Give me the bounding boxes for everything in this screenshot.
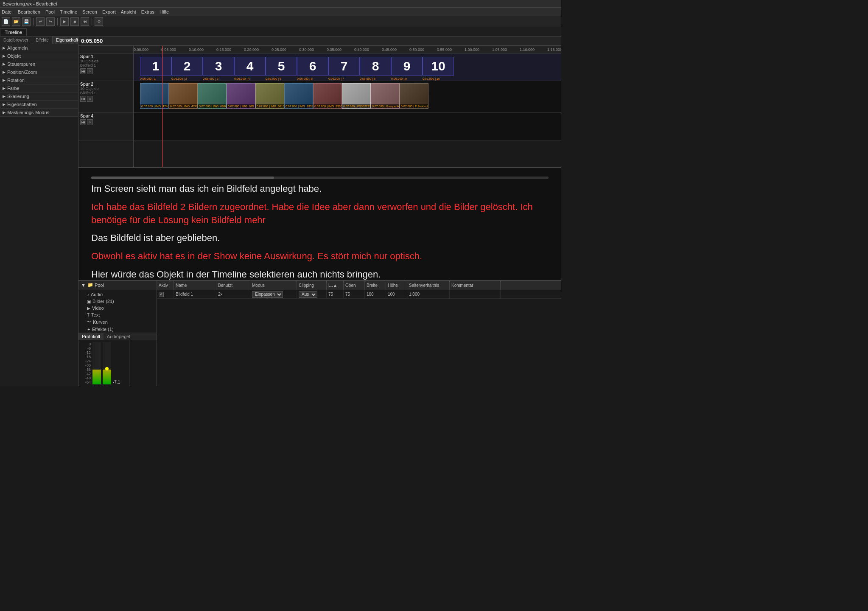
tab-dateibrowser[interactable]: Dateibrowser [0, 36, 32, 44]
main-content: Im Screen sieht man das ich ein Bildfeld… [78, 168, 561, 280]
track2-mute-btn[interactable]: ○ [87, 96, 93, 102]
num-block-10: 10 [423, 57, 454, 76]
menu-screen[interactable]: Screen [82, 9, 97, 14]
num-block-6: 6 [297, 57, 328, 76]
menu-pool[interactable]: Pool [45, 9, 55, 14]
cell-modus[interactable]: Einpassen Strecken Kacheln [250, 290, 297, 298]
pool-item-video[interactable]: ▶ Video [78, 305, 157, 311]
left-tabs: Dateibrowser Effekte Eigenschaften [0, 36, 78, 44]
play-button[interactable]: ▶ [60, 17, 69, 26]
cell-aktiv[interactable]: ✓ [157, 290, 174, 298]
timeline-ruler[interactable]: 0:00.000 0:05.000 0:10.000 0:15.000 0:20… [134, 46, 561, 53]
track2-prev-btn[interactable]: ⏮ [80, 96, 86, 102]
timeline-area: 0:05.050 Spur 1 10 Objekte Bildfeld 1 ⏮ … [78, 36, 561, 168]
left-panel: Dateibrowser Effekte Eigenschaften ▶ All… [0, 36, 78, 386]
section-objekt-header[interactable]: ▶ Objekt [0, 52, 78, 60]
save-button[interactable]: 💾 [22, 17, 31, 26]
table-row[interactable]: ✓ Bildfeld 1 2x Einpassen Streck [157, 290, 561, 299]
bilder-icon: ▣ [87, 299, 91, 304]
section-steuerspuren-header[interactable]: ▶ Steuerspuren [0, 60, 78, 68]
col-header-seitenverh[interactable]: Seitenverhältnis [407, 281, 450, 290]
num-block-4: 4 [234, 57, 266, 76]
tab-protokoll[interactable]: Protokoll [78, 333, 104, 340]
rewind-button[interactable]: ⏮ [81, 17, 89, 26]
photo-block-3[interactable]: 0:07.000 | IMG_6880(1 [198, 83, 227, 109]
new-button[interactable]: 📄 [2, 17, 10, 26]
track-label-spur1: Spur 1 10 Objekte Bildfeld 1 ⏮ ○ [78, 53, 133, 81]
pool-item-text[interactable]: T Text [78, 311, 157, 318]
col-header-hoehe[interactable]: Höhe [386, 281, 407, 290]
redo-button[interactable]: ↪ [46, 17, 55, 26]
section-rotation-header[interactable]: ▶ Rotation [0, 76, 78, 84]
menu-ansicht[interactable]: Ansicht [121, 9, 136, 14]
pool-header: ▼ 📁 Pool [78, 281, 157, 289]
menu-timeline[interactable]: Timeline [60, 9, 77, 14]
menu-bearbeiten[interactable]: Bearbeiten [18, 9, 40, 14]
tab-timeline[interactable]: Timeline [0, 28, 27, 36]
pool-item-effekte[interactable]: ✦ Effekte (1) [78, 326, 157, 333]
section-steuerspuren: ▶ Steuerspuren [0, 60, 78, 68]
section-maskierungs-modus-header[interactable]: ▶ Maskierungs-Modus [0, 109, 78, 116]
col-header-modus[interactable]: Modus [250, 281, 297, 290]
pool-tree: ♪ Audio ▣ Bilder (21) ▶ Video T Text [78, 289, 157, 333]
audio-panel: 0 -6 -12 -18 -24 -30 -36 -42 -48 -54 [78, 340, 129, 386]
photo-block-5[interactable]: 0:07.000 | IMG_6816-HDR [255, 83, 284, 109]
meter-label-m48: -48 [80, 376, 91, 380]
arrow-rotation: ▶ [3, 78, 6, 82]
playhead[interactable] [162, 46, 163, 167]
section-maskierungs-modus: ▶ Maskierungs-Modus [0, 109, 78, 117]
settings-button[interactable]: ⚙ [95, 17, 103, 26]
pool-item-bilder[interactable]: ▣ Bilder (21) [78, 298, 157, 305]
table-body: ✓ Bildfeld 1 2x Einpassen Streck [157, 290, 561, 386]
text-line-3: Das Bildfeld ist aber geblieben. [91, 232, 549, 245]
photo-block-6[interactable]: 0:07.000 | IMG_9338-4 [284, 83, 313, 109]
effekte-icon: ✦ [87, 327, 90, 332]
clipping-select[interactable]: Aus An [299, 291, 317, 298]
menu-export[interactable]: Export [102, 9, 116, 14]
cell-clipping[interactable]: Aus An [297, 290, 327, 298]
col-header-name[interactable]: Name [174, 281, 216, 290]
aktiv-checkbox[interactable]: ✓ [159, 292, 164, 297]
tab-effekte[interactable]: Effekte [32, 36, 53, 44]
col-header-benutzt[interactable]: Benutzt [216, 281, 250, 290]
track4-mute-btn[interactable]: ○ [87, 119, 93, 125]
undo-button[interactable]: ↩ [36, 17, 45, 26]
text-line-1: Im Screen sieht man das ich ein Bildfeld… [91, 182, 549, 196]
col-header-oben[interactable]: Oben [344, 281, 365, 290]
photo-block-9[interactable]: 0:07.000 | Gumpenfers [371, 83, 400, 109]
modus-select[interactable]: Einpassen Strecken Kacheln [252, 291, 283, 298]
menu-hilfe[interactable]: Hilfe [160, 9, 169, 14]
num-block-8: 8 [360, 57, 391, 76]
photo-block-4[interactable]: 0:07.000 | IMG_685 [227, 83, 255, 109]
section-position-zoom-header[interactable]: ▶ Position/Zoom [0, 68, 78, 76]
toolbar-separator-1 [33, 18, 34, 25]
photo-block-8[interactable]: 0:07.000 | FS302797-DF [342, 83, 371, 109]
track1-mute-btn[interactable]: ○ [87, 68, 93, 74]
col-header-clipping[interactable]: Clipping [297, 281, 327, 290]
col-header-breite[interactable]: Breite [365, 281, 386, 290]
photo-block-10[interactable]: 0:07.000 | F Svoboda [400, 83, 428, 109]
photo-block-1[interactable]: 0:07.000 | IMG_4746-H [140, 83, 169, 109]
meter-label-m12: -12 [80, 350, 91, 355]
open-button[interactable]: 📂 [12, 17, 20, 26]
track4-prev-btn[interactable]: ⏮ [80, 119, 86, 125]
arrow-maskierungs-modus: ▶ [3, 110, 6, 115]
pool-item-kurven[interactable]: 〜 Kurven [78, 318, 157, 326]
photo-block-2[interactable]: 0:07.000 | IMG_4749 E [169, 83, 198, 109]
section-eigenschaften-header[interactable]: ▶ Eigenschaften [0, 101, 78, 108]
photo-block-7[interactable]: 0:07.000 | IMG_9366-HDI [313, 83, 342, 109]
pool-item-audio[interactable]: ♪ Audio [78, 291, 157, 298]
col-header-kommentar[interactable]: Kommentar [450, 281, 501, 290]
bottom-area: ▼ 📁 Pool ♪ Audio ▣ Bilder (21) ▶ V [78, 280, 561, 386]
section-skalierung-header[interactable]: ▶ Skalierung [0, 92, 78, 100]
section-farbe-header[interactable]: ▶ Farbe [0, 84, 78, 92]
section-allgemein-header[interactable]: ▶ Allgemein [0, 44, 78, 52]
track1-prev-btn[interactable]: ⏮ [80, 68, 86, 74]
menu-datei[interactable]: Datei [2, 9, 13, 14]
table-area: Aktiv Name Benutzt Modus Clipping [157, 281, 561, 386]
tab-audiopegel[interactable]: Audiopegel [104, 333, 134, 340]
col-header-l[interactable]: L..▲ [327, 281, 344, 290]
stop-button[interactable]: ■ [70, 17, 79, 26]
toolbar-separator-2 [57, 18, 58, 25]
menu-extras[interactable]: Extras [141, 9, 154, 14]
